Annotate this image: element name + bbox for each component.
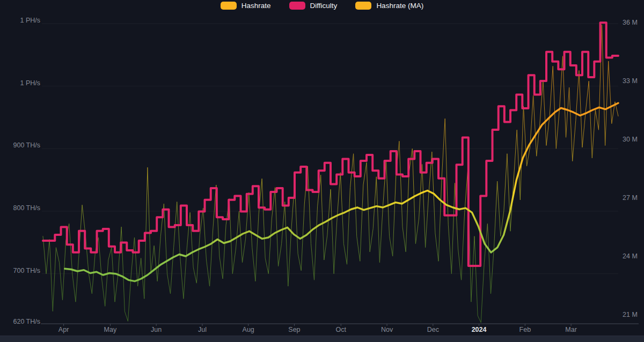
- time-axis-tick: Aug: [243, 326, 254, 333]
- right-axis-tick: 33 M: [623, 77, 638, 85]
- legend-swatch-icon: [289, 2, 305, 10]
- legend-label: Hashrate: [241, 2, 271, 10]
- time-axis-tick: Jul: [198, 326, 207, 333]
- legend-swatch-icon: [355, 2, 371, 10]
- time-axis-tick: Feb: [519, 326, 531, 333]
- left-axis-tick: 620 TH/s: [13, 318, 41, 325]
- time-axis-tick: Sep: [288, 326, 300, 333]
- chart-plot-area[interactable]: [0, 0, 644, 342]
- gridlines: [42, 24, 618, 274]
- legend-item-hashrate-ma[interactable]: Hashrate (MA): [355, 2, 423, 10]
- chart-page: HashrateDifficultyHashrate (MA) 1 PH/s1 …: [0, 0, 644, 342]
- right-axis-tick: 36 M: [623, 19, 638, 26]
- time-axis-tick: Oct: [336, 326, 346, 333]
- left-axis-tick: 1 PH/s: [20, 17, 40, 24]
- left-axis-tick: 800 TH/s: [13, 204, 41, 212]
- right-axis-tick: 21 M: [623, 311, 638, 318]
- left-axis-tick: 700 TH/s: [13, 267, 41, 274]
- chart-series: [43, 23, 618, 323]
- time-axis-tick: Jun: [151, 326, 162, 333]
- timeline-scrollbar[interactable]: [0, 336, 644, 342]
- time-axis-tick: Dec: [427, 326, 439, 333]
- right-axis-tick: 27 M: [623, 194, 638, 202]
- time-axis-tick: 2024: [472, 326, 487, 333]
- time-axis-tick: Apr: [58, 326, 69, 333]
- legend-label: Difficulty: [310, 2, 338, 10]
- legend-swatch-icon: [221, 2, 237, 10]
- time-axis-tick: May: [104, 326, 117, 333]
- right-axis-tick: 30 M: [623, 136, 638, 143]
- time-axis-tick: Nov: [381, 326, 393, 333]
- legend-label: Hashrate (MA): [376, 2, 423, 10]
- legend-item-hashrate[interactable]: Hashrate: [221, 2, 271, 10]
- left-axis-tick: 900 TH/s: [13, 142, 41, 149]
- difficulty-line[interactable]: [43, 23, 618, 266]
- time-axis-tick: Mar: [565, 326, 577, 333]
- legend-item-difficulty[interactable]: Difficulty: [289, 2, 338, 10]
- right-axis-tick: 24 M: [623, 252, 638, 260]
- legend: HashrateDifficultyHashrate (MA): [0, 2, 644, 10]
- left-axis-tick: 1 PH/s: [20, 79, 40, 87]
